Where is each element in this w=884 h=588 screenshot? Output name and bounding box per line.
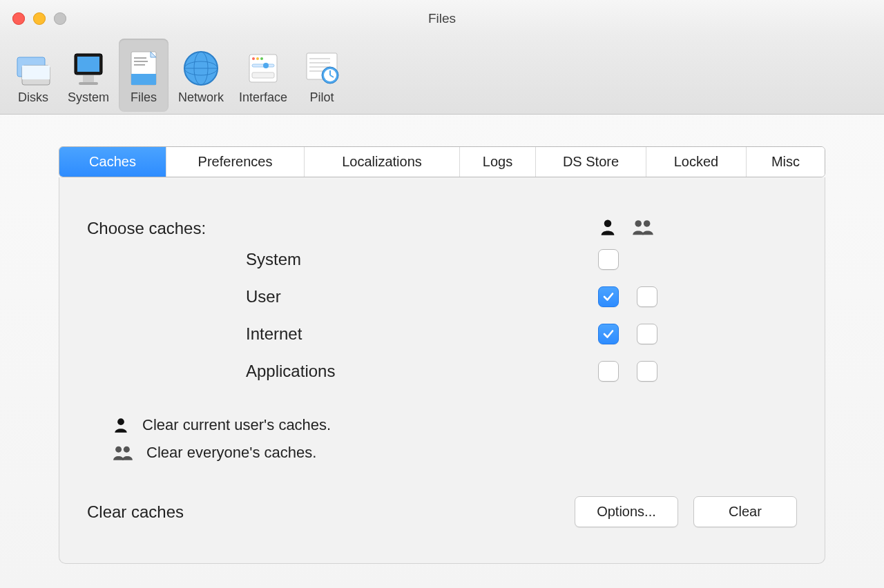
person-icon <box>112 416 130 434</box>
tab-logs[interactable]: Logs <box>460 147 536 177</box>
toolbar-item-system[interactable]: System <box>62 39 115 112</box>
checkbox-internet-everyone[interactable] <box>637 324 657 344</box>
group-icon <box>112 444 134 462</box>
svg-point-17 <box>252 57 255 60</box>
svg-point-34 <box>644 220 651 227</box>
toolbar-label: Files <box>131 90 157 105</box>
close-icon[interactable] <box>12 12 25 25</box>
files-icon <box>124 49 163 88</box>
tab-preferences[interactable]: Preferences <box>166 147 305 177</box>
tab-dsstore[interactable]: DS Store <box>536 147 646 177</box>
checkbox-user-user[interactable] <box>598 286 619 307</box>
interface-icon <box>244 49 282 88</box>
toolbar-label: System <box>68 90 109 105</box>
svg-point-33 <box>635 220 642 227</box>
svg-point-18 <box>256 57 259 60</box>
toolbar: Disks System Files Network Interface Pil… <box>0 37 884 115</box>
toolbar-item-files[interactable]: Files <box>119 39 169 112</box>
content: Caches Preferences Localizations Logs DS… <box>0 115 884 588</box>
network-icon <box>182 49 220 88</box>
svg-point-32 <box>604 220 612 228</box>
svg-rect-2 <box>22 66 50 79</box>
svg-rect-22 <box>252 72 274 78</box>
tab-misc[interactable]: Misc <box>747 147 825 177</box>
svg-rect-8 <box>134 57 146 59</box>
svg-point-35 <box>117 418 124 425</box>
pilot-icon <box>302 49 341 88</box>
options-button[interactable]: Options... <box>575 496 678 527</box>
toolbar-label: Interface <box>239 90 287 105</box>
zoom-icon[interactable] <box>54 12 66 25</box>
tabbar: Caches Preferences Localizations Logs DS… <box>59 146 825 177</box>
svg-rect-9 <box>134 61 148 62</box>
system-icon <box>69 49 108 88</box>
toolbar-item-disks[interactable]: Disks <box>8 39 58 112</box>
legend-text: Clear current user's caches. <box>142 416 331 434</box>
svg-point-21 <box>263 63 269 68</box>
svg-point-19 <box>260 57 263 60</box>
tab-localizations[interactable]: Localizations <box>305 147 460 177</box>
toolbar-item-interface[interactable]: Interface <box>233 39 293 112</box>
toolbar-item-network[interactable]: Network <box>173 39 229 112</box>
toolbar-label: Disks <box>18 90 48 105</box>
clear-button[interactable]: Clear <box>693 496 797 527</box>
toolbar-label: Pilot <box>310 90 334 105</box>
checkbox-internet-user[interactable] <box>598 324 619 344</box>
svg-rect-11 <box>131 74 156 85</box>
row-label-user: User <box>246 287 598 306</box>
tab-caches[interactable]: Caches <box>59 147 166 177</box>
row-label-applications: Applications <box>246 362 598 381</box>
legend: Clear current user's caches. Clear every… <box>112 416 797 462</box>
checkbox-applications-user[interactable] <box>598 361 619 382</box>
checkbox-user-everyone[interactable] <box>637 286 657 307</box>
window-title: Files <box>0 11 884 26</box>
svg-point-36 <box>115 447 122 453</box>
row-label-internet: Internet <box>246 324 598 344</box>
svg-rect-5 <box>83 75 94 82</box>
tab-locked[interactable]: Locked <box>646 147 747 177</box>
svg-rect-6 <box>79 82 98 85</box>
row-label-system: System <box>246 250 598 269</box>
svg-rect-10 <box>134 64 145 66</box>
minimize-icon[interactable] <box>33 12 46 25</box>
toolbar-label: Network <box>178 90 224 105</box>
legend-text: Clear everyone's caches. <box>146 444 316 462</box>
toolbar-item-pilot[interactable]: Pilot <box>297 39 347 112</box>
svg-point-37 <box>124 447 130 453</box>
panel-caches: Choose caches: System User Internet Appl… <box>59 177 825 564</box>
titlebar: Files <box>0 0 884 37</box>
svg-rect-4 <box>77 57 99 72</box>
disks-icon <box>14 49 52 88</box>
person-icon <box>598 217 617 237</box>
legend-row-everyone: Clear everyone's caches. <box>112 444 797 462</box>
clear-caches-label: Clear caches <box>87 502 184 522</box>
checkbox-applications-everyone[interactable] <box>637 361 657 382</box>
group-icon <box>631 217 655 237</box>
traffic-lights <box>0 12 66 25</box>
footer: Clear caches Options... Clear <box>87 496 797 527</box>
checkbox-system-user[interactable] <box>598 249 619 270</box>
legend-row-user: Clear current user's caches. <box>112 416 797 434</box>
